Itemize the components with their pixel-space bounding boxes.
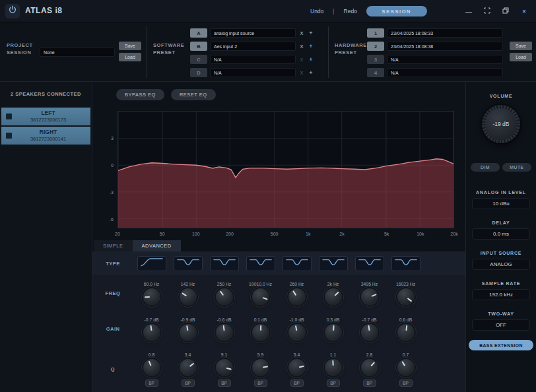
sample-rate-value[interactable]: 192.0 kHz [472,289,530,300]
band-4-bypass-button[interactable]: BP [254,379,267,387]
slot-a-button[interactable]: A [190,28,207,38]
band-7-filter-type-button[interactable] [355,256,384,271]
slot-4-value[interactable]: N/A [387,68,503,77]
eq-mode-tabs: SIMPLE ADVANCED [94,240,181,251]
slot-c-button[interactable]: C [190,55,207,64]
speaker-left-checkbox[interactable] [6,114,12,119]
slot-a-add-button[interactable]: + [308,30,314,36]
speaker-item-left[interactable]: LEFT 3612723000173 [1,108,90,125]
band-3-freq-knob[interactable] [216,288,233,306]
band-1-filter-type-button[interactable] [137,256,166,271]
band-6-q-knob[interactable] [325,359,342,376]
band-8-gain-knob[interactable] [397,324,415,341]
band-3-bypass-button[interactable]: BP [218,379,231,387]
band-1-q-knob[interactable] [143,359,160,376]
slot-d-button[interactable]: D [190,68,207,77]
band-8-filter-type-button[interactable] [391,256,420,271]
slot-b-button[interactable]: B [190,42,207,51]
slot-1-button[interactable]: 1 [367,28,384,38]
slot-b-value[interactable]: Aes input 2 [210,42,296,51]
slot-a-value[interactable]: analog input source [210,28,296,38]
session-button[interactable]: SESSION [366,6,427,16]
mute-button[interactable]: MUTE [502,163,531,172]
band-7-q-knob[interactable] [361,359,378,376]
bypass-eq-button[interactable]: BYPASS EQ [116,89,164,100]
restore-button[interactable] [502,7,510,15]
band-2-gain-knob[interactable] [180,324,197,341]
analog-in-level-value[interactable]: 10 dBu [472,198,530,209]
minimize-button[interactable]: — [465,7,473,15]
reset-eq-button[interactable]: RESET EQ [171,89,216,100]
eq-response-curve[interactable] [117,111,454,228]
band-5-filter-type-button[interactable] [283,256,312,271]
undo-button[interactable]: Undo [310,8,323,15]
eq-graph[interactable]: 30-3-6 20501002005001k2k5k10k20k [117,111,454,228]
band-2-q-knob[interactable] [180,359,197,376]
tab-advanced[interactable]: ADVANCED [133,240,181,251]
band-3-q-knob[interactable] [216,359,233,376]
slot-c-clear-button[interactable]: X [298,57,305,63]
project-save-button[interactable]: Save [119,42,141,50]
eq-toolbar: BYPASS EQ RESET EQ [116,89,216,100]
band-8-freq-knob[interactable] [397,288,415,306]
band-7-freq-knob[interactable] [361,288,378,306]
redo-button[interactable]: Redo [344,8,357,15]
slot-3-button[interactable]: 3 [367,55,384,64]
band-6-gain-knob[interactable] [325,324,342,341]
bass-extension-button[interactable]: BASS EXTENSION [469,340,533,350]
slot-2-button[interactable]: 2 [367,42,384,51]
band-3-gain-knob[interactable] [216,324,233,341]
divider [147,26,147,78]
slot-1-value[interactable]: 23/04/2025 18:08:33 [387,28,503,38]
band-6-bypass-button[interactable]: BP [327,379,340,387]
band-6-filter-type-button[interactable] [319,256,348,271]
slot-2-value[interactable]: 23/04/2025 18:08:38 [387,42,503,51]
slot-3-value[interactable]: N/A [387,55,503,64]
input-source-value[interactable]: ANALOG [472,259,530,270]
power-button[interactable] [5,4,20,18]
slot-d-add-button[interactable]: + [308,69,314,76]
band-1-freq-knob[interactable] [143,288,160,306]
preset-bar: PROJECT SESSION None Save Load SOFTWARE … [0,22,536,82]
close-button[interactable]: × [520,7,528,15]
band-5-bypass-button[interactable]: BP [290,379,304,387]
band-4-gain-knob[interactable] [252,324,269,341]
hardware-save-button[interactable]: Save [510,42,532,50]
slot-4-button[interactable]: 4 [367,68,384,77]
slot-b-clear-button[interactable]: X [298,44,305,49]
band-8-q-knob[interactable] [397,359,415,376]
fullscreen-button[interactable] [483,7,491,15]
two-way-value[interactable]: OFF [472,319,530,331]
slot-a-clear-button[interactable]: X [298,30,305,36]
slot-d-value[interactable]: N/A [210,68,296,77]
band-7-bypass-button[interactable]: BP [363,379,376,387]
speaker-item-right[interactable]: RIGHT 3612723000141 [1,127,90,145]
band-5-freq-knob[interactable] [288,288,306,306]
project-load-button[interactable]: Load [119,53,141,61]
band-4-q-knob[interactable] [252,359,269,376]
hardware-load-button[interactable]: Load [510,53,532,61]
band-6-freq-knob[interactable] [325,288,342,306]
band-2-freq-knob[interactable] [180,288,197,306]
dim-button[interactable]: DIM [471,163,500,172]
band-1-gain-knob[interactable] [143,324,160,341]
band-2-filter-type-button[interactable] [174,256,203,271]
speaker-right-checkbox[interactable] [6,133,12,139]
delay-value[interactable]: 0.0 ms [472,228,530,240]
slot-b-add-button[interactable]: + [308,43,314,49]
project-session-field[interactable]: None [40,48,115,57]
band-3-filter-type-button[interactable] [210,256,239,271]
band-1-bypass-button[interactable]: BP [145,379,158,387]
band-5-q-knob[interactable] [288,359,306,376]
band-4-freq-knob[interactable] [252,288,269,306]
band-4-filter-type-button[interactable] [246,256,275,271]
volume-knob[interactable]: -19 dB [482,105,520,143]
slot-c-value[interactable]: N/A [210,55,296,64]
slot-c-add-button[interactable]: + [308,56,314,63]
band-7-gain-knob[interactable] [361,324,378,341]
tab-simple[interactable]: SIMPLE [94,240,133,251]
band-5-gain-knob[interactable] [288,324,306,341]
slot-d-clear-button[interactable]: X [298,70,305,76]
band-8-bypass-button[interactable]: BP [399,379,413,387]
band-2-bypass-button[interactable]: BP [182,379,195,387]
